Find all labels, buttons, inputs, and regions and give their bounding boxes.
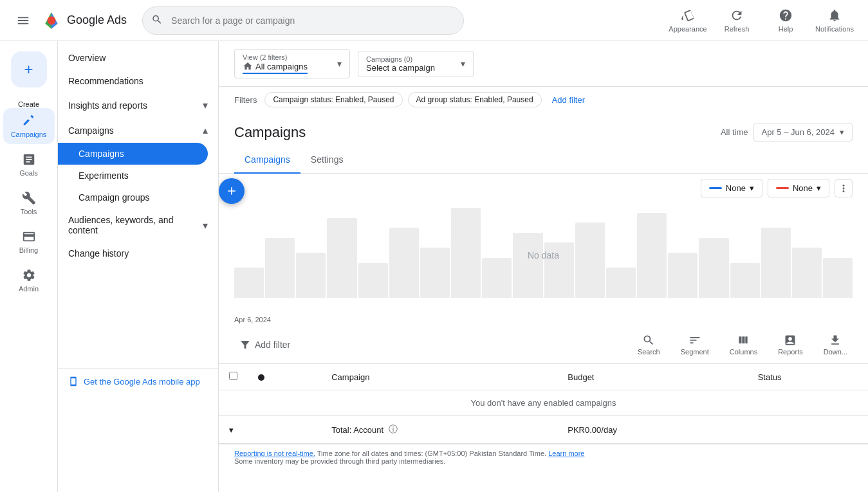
columns-toolbar-button[interactable]: Columns [725, 331, 762, 358]
page-title: Campaigns [234, 124, 306, 141]
table-header-row: Campaign Budget Status [219, 364, 868, 390]
chart-bar [823, 258, 853, 298]
chart-bar [730, 263, 760, 298]
notifications-label: Notifications [815, 25, 854, 33]
sidebar-item-tools[interactable]: Tools [3, 185, 55, 221]
nav-sub-experiments[interactable]: Experiments [58, 165, 218, 187]
tab-campaigns[interactable]: Campaigns [234, 147, 300, 174]
appearance-button[interactable]: Appearance [665, 3, 711, 39]
view-label: View (2 filters) [243, 53, 308, 61]
tab-settings[interactable]: Settings [300, 147, 354, 174]
nav-item-insights-reports[interactable]: Insights and reports ▾ [58, 93, 218, 118]
status-dot-header [258, 374, 264, 381]
tabs-bar: Campaigns Settings [219, 147, 868, 174]
nav-sub-campaign-groups[interactable]: Campaign groups [58, 187, 218, 208]
chart-date-label: Apr 6, 2024 [219, 313, 868, 326]
table-container: Campaign Budget Status You don't have an… [219, 364, 868, 444]
campaigns-table: Campaign Budget Status You don't have an… [219, 364, 868, 444]
reports-toolbar-button[interactable]: Reports [773, 331, 808, 358]
filter-bar-top: View (2 filters) All campaigns ▾ Campaig… [219, 41, 868, 87]
metric-dropdown-2[interactable]: None ▾ [768, 179, 829, 197]
no-data-message: You don't have any enabled campaigns [219, 390, 868, 416]
chart-section: No data Apr 6, 2024 [219, 197, 868, 326]
view-value: All campaigns [255, 62, 308, 71]
view-selector[interactable]: View (2 filters) All campaigns ▾ [234, 49, 350, 78]
nav-item-overview[interactable]: Overview [58, 46, 218, 69]
chart-bar [389, 228, 419, 298]
notifications-button[interactable]: Notifications [811, 3, 858, 39]
total-label-cell: Total: Account ⓘ [321, 416, 557, 444]
campaigns-selector-value: Select a campaign [366, 63, 435, 73]
search-toolbar-button[interactable]: Search [633, 331, 665, 358]
status-column-header2[interactable]: Status [748, 364, 868, 390]
campaigns-selector[interactable]: Campaigns (0) Select a campaign ▾ [358, 51, 474, 77]
search-bar[interactable] [142, 6, 464, 35]
date-picker-button[interactable]: Apr 5 – Jun 6, 2024 ▾ [753, 123, 853, 141]
chart-bar [265, 238, 295, 298]
chart-bar [761, 228, 791, 298]
total-expand-cell[interactable]: ▾ [219, 416, 248, 444]
metric-dropdown-1[interactable]: None ▾ [701, 179, 762, 197]
chart-bar [513, 233, 542, 298]
nav-item-recommendations[interactable]: Recommendations [58, 69, 218, 93]
chart-area: No data [219, 197, 868, 313]
appearance-label: Appearance [669, 25, 706, 33]
nav-item-audiences-keywords[interactable]: Audiences, keywords, and content ▾ [58, 208, 218, 242]
nav-sub-campaigns[interactable]: Campaigns [58, 143, 208, 165]
chart-bar [451, 208, 481, 298]
sidebar-item-admin[interactable]: Admin [3, 262, 55, 298]
total-label: Total: Account [331, 425, 383, 435]
chart-bar [637, 213, 667, 298]
footer-note: Reporting is not real-time. Time zone fo… [219, 444, 868, 470]
adgroup-status-chip[interactable]: Ad group status: Enabled, Paused [408, 92, 542, 107]
logo-text: Google Ads [67, 14, 127, 27]
nav-item-campaigns[interactable]: Campaigns ▴ [58, 118, 218, 143]
footer-realtime-note: Reporting is not real-time. Time zone fo… [234, 450, 584, 457]
help-button[interactable]: Help [762, 3, 809, 39]
learn-more-link[interactable]: Learn more [548, 450, 584, 457]
create-label: Create [18, 100, 39, 108]
menu-toggle-button[interactable] [10, 8, 36, 33]
chart-bar [575, 223, 605, 298]
campaign-column-header[interactable]: Campaign [321, 364, 557, 390]
add-campaign-fab[interactable] [219, 178, 245, 204]
mobile-app-link[interactable]: Get the Google Ads mobile app [58, 368, 218, 394]
filters-label: Filters [234, 95, 257, 105]
add-filter-text: Add filter [255, 340, 290, 350]
expand-icon: ▾ [229, 425, 234, 435]
campaign-status-chip[interactable]: Campaign status: Enabled, Paused [264, 92, 402, 107]
search-input[interactable] [142, 6, 464, 35]
chart-bar [792, 248, 822, 298]
svg-point-0 [48, 16, 56, 24]
reporting-link[interactable]: Reporting is not real-time. [234, 450, 315, 457]
total-empty-cell [248, 416, 321, 444]
segment-toolbar-button[interactable]: Segment [676, 331, 714, 358]
sidebar-item-goals[interactable]: Goals [3, 147, 55, 183]
sidebar-item-billing[interactable]: Billing [3, 224, 55, 260]
info-icon[interactable]: ⓘ [389, 424, 398, 435]
metric-line-blue [709, 187, 722, 189]
metric-dropdowns: None ▾ None ▾ [219, 174, 868, 197]
nav-item-change-history[interactable]: Change history [58, 242, 218, 265]
header-actions: Appearance Refresh Help Notifications [665, 3, 858, 39]
chart-bar [606, 268, 636, 298]
sidebar-item-campaigns[interactable]: Campaigns [3, 108, 55, 144]
header: Google Ads Appearance Refresh [0, 0, 868, 41]
create-button[interactable]: + [11, 51, 47, 87]
chart-bar [234, 268, 264, 298]
sidebar-item-goals-label: Goals [19, 169, 38, 177]
sidebar-item-billing-label: Billing [19, 246, 38, 254]
chart-options-button[interactable] [835, 179, 853, 197]
checkbox-header[interactable] [219, 364, 248, 390]
budget-column-header[interactable]: Budget [557, 364, 747, 390]
sidebar-item-tools-label: Tools [21, 208, 37, 215]
total-status-cell [748, 416, 868, 444]
table-toolbar: Add filter Search Segment [219, 326, 868, 364]
add-filter-button-chips[interactable]: Add filter [547, 93, 590, 107]
refresh-button[interactable]: Refresh [714, 3, 760, 39]
table-filter-button[interactable]: Add filter [234, 335, 295, 354]
date-range-value: Apr 5 – Jun 6, 2024 [762, 127, 835, 137]
sidebar-item-campaigns-label: Campaigns [11, 131, 47, 138]
download-toolbar-button[interactable]: Down... [818, 331, 853, 358]
select-all-checkbox[interactable] [229, 372, 237, 380]
